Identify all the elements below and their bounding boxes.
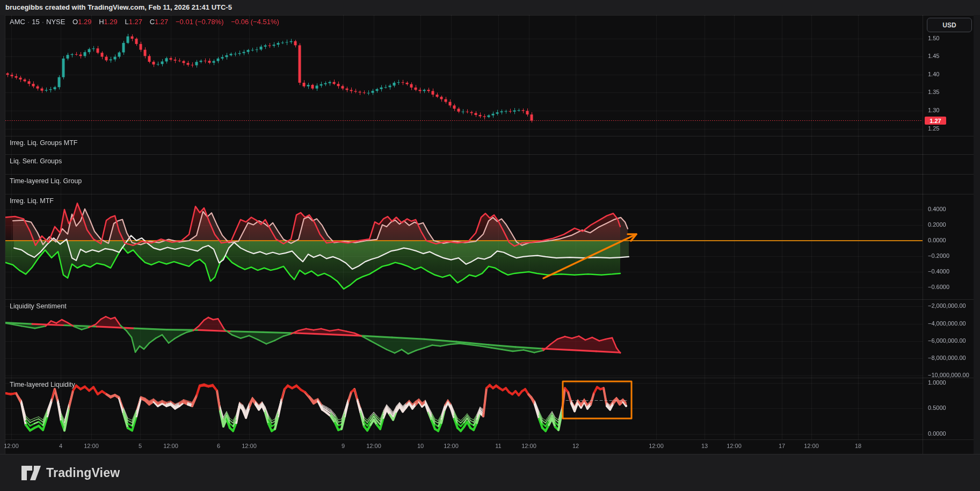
ohlc-high-label: H — [99, 18, 104, 26]
ohlc-close-label: C — [150, 18, 155, 26]
tradingview-window: brucegibbs created with TradingView.com,… — [0, 0, 980, 491]
pane-title-irreg-liq-groups-mtf[interactable]: Irreg. Liq. Groups MTF — [10, 139, 77, 147]
change-percent: −0.06 (−4.51%) — [231, 18, 279, 26]
pane-title-liquidity-sentiment[interactable]: Liquidity Sentiment — [10, 302, 67, 310]
legend-separator: · — [25, 18, 32, 26]
right-margin — [974, 15, 980, 454]
ohlc-low-value: 1.27 — [129, 18, 142, 26]
legend-separator: · — [40, 18, 46, 26]
last-price-badge: 1.27 — [925, 117, 946, 125]
pane-title-time-layered-liquidity[interactable]: Time-layered Liquidity — [10, 381, 75, 388]
attribution-text: brucegibbs created with TradingView.com,… — [5, 3, 232, 11]
symbol-exchange: NYSE — [46, 18, 65, 26]
tradingview-logo-text: TradingView — [46, 466, 120, 480]
ohlc-close-value: 1.27 — [155, 18, 168, 26]
symbol-name[interactable]: AMC — [10, 18, 25, 26]
ohlc-low-label: L — [125, 18, 128, 26]
chart-canvas[interactable] — [0, 0, 980, 491]
change-absolute: −0.01 (−0.78%) — [176, 18, 224, 26]
symbol-legend[interactable]: AMC·15·NYSE O1.29 H1.29 L1.27 C1.27 −0.0… — [10, 18, 279, 26]
ohlc-open-value: 1.29 — [78, 18, 91, 26]
ohlc-open-label: O — [72, 18, 78, 26]
currency-button[interactable]: USD — [927, 18, 972, 32]
ohlc-high-value: 1.29 — [104, 18, 118, 26]
attribution-bar: brucegibbs created with TradingView.com,… — [0, 0, 980, 15]
tradingview-logo[interactable]: TradingView — [21, 466, 120, 480]
pane-title-liq-sent-groups[interactable]: Liq. Sent. Groups — [10, 157, 62, 165]
pane-title-irreg-liq-mtf[interactable]: Irreg. Liq. MTF — [10, 197, 54, 205]
left-margin — [0, 15, 5, 454]
pane-title-time-layered-liq-group[interactable]: Time-layered Liq. Group — [10, 177, 82, 185]
footer-bar: TradingView — [0, 454, 980, 491]
tradingview-logo-icon — [21, 466, 41, 480]
symbol-interval[interactable]: 15 — [32, 18, 39, 26]
